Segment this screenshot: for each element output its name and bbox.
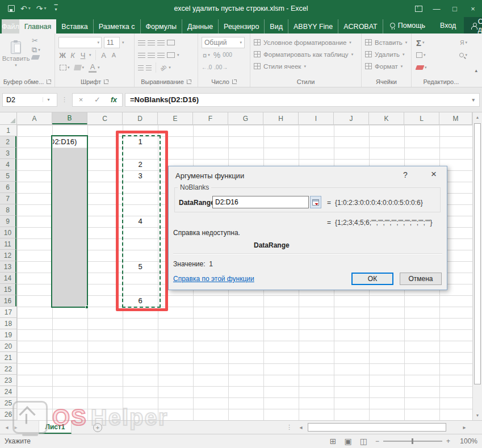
fill-handle[interactable] (85, 305, 89, 309)
ribbon-tab[interactable]: Вставка (56, 19, 93, 34)
column-header[interactable]: C (87, 112, 123, 124)
cancel-button[interactable]: Отмена (400, 273, 442, 285)
align-top-button[interactable] (138, 40, 145, 45)
zoom-slider-thumb[interactable] (412, 438, 413, 444)
dialog-launcher-icon[interactable] (187, 79, 191, 84)
save-button[interactable] (8, 5, 15, 12)
zoom-slider[interactable] (383, 441, 442, 442)
decrease-decimal-button[interactable]: .00→ (214, 65, 228, 70)
sort-filter-button[interactable]: Я▾ (459, 39, 468, 47)
ribbon-tab[interactable]: Разметка с (94, 19, 141, 34)
find-select-button[interactable]: ▾ (458, 52, 468, 58)
column-header[interactable]: L (404, 112, 439, 124)
tab-help[interactable]: Помощь (383, 22, 432, 30)
align-middle-button[interactable] (148, 40, 155, 45)
ribbon-display-options-button[interactable] (409, 0, 427, 17)
increase-decimal-button[interactable]: ←.0 (202, 65, 212, 70)
scroll-down-icon[interactable]: ▾ (473, 411, 482, 420)
page-layout-view-icon[interactable]: ▣ (345, 437, 352, 446)
range-picker-button[interactable] (310, 196, 321, 208)
percent-style-button[interactable]: % (213, 51, 220, 59)
select-all-corner[interactable] (0, 112, 17, 125)
horizontal-scroll-thumb[interactable] (308, 423, 446, 432)
ribbon-tab[interactable]: Данные (182, 19, 219, 34)
italic-button[interactable]: К (69, 51, 77, 60)
scroll-up-icon[interactable]: ▴ (473, 112, 482, 122)
expand-formula-bar-icon[interactable]: ▾ (472, 97, 475, 103)
column-header[interactable]: K (369, 112, 404, 124)
paste-button[interactable]: Вставить ▾ (3, 36, 28, 73)
maximize-button[interactable]: □ (446, 0, 464, 17)
orientation-button[interactable]: ab (159, 63, 168, 72)
normal-view-icon[interactable]: ⊞ (330, 437, 337, 446)
increase-font-size-button[interactable]: А (100, 51, 108, 60)
customize-qat-button[interactable]: ▔▾ (55, 6, 58, 11)
argument-range-input[interactable] (212, 196, 309, 208)
scroll-left-icon[interactable]: ◂ (296, 424, 305, 430)
column-header[interactable]: M (439, 112, 472, 124)
ribbon-tab[interactable]: Рецензиро (219, 19, 265, 34)
format-painter-button[interactable] (31, 55, 52, 60)
style-menu-button[interactable]: Условное форматирование ▾ (254, 36, 359, 48)
sign-in-button[interactable]: Вход (432, 22, 464, 30)
undo-button[interactable]: ↶▾ (20, 5, 31, 12)
borders-button[interactable]: ▾ (58, 64, 71, 71)
name-box-input[interactable] (3, 96, 43, 104)
column-header[interactable]: G (228, 112, 263, 124)
zoom-level[interactable]: 100% (458, 437, 477, 445)
sheet-nav-left-icon[interactable]: ◂ (2, 424, 11, 430)
zoom-out-button[interactable]: − (375, 437, 379, 445)
font-name-combobox[interactable]: ▾ (58, 37, 102, 48)
decrease-font-size-button[interactable]: А (110, 52, 118, 58)
column-header[interactable]: D (123, 112, 158, 124)
column-header[interactable]: H (263, 112, 299, 124)
accounting-format-button[interactable]: ¤▾ (202, 51, 211, 60)
style-menu-button[interactable]: Форматировать как таблицу ▾ (254, 48, 359, 60)
autosum-button[interactable]: Σ▾ (415, 38, 426, 48)
horizontal-splitter[interactable]: ⋮ (286, 424, 292, 431)
ribbon-tab[interactable]: ACROBAT (338, 19, 383, 34)
ribbon-tab[interactable]: Главная (19, 19, 57, 34)
scroll-right-icon[interactable]: ▸ (460, 424, 469, 430)
underline-button[interactable]: Ч (79, 51, 87, 60)
cut-button[interactable]: ✂ (31, 36, 52, 45)
name-box[interactable]: ▾ (2, 93, 57, 107)
cells-menu-button[interactable]: Удалить ▾ (365, 48, 409, 60)
decrease-indent-button[interactable] (138, 65, 144, 70)
add-sheet-button[interactable]: + (93, 423, 102, 432)
align-bottom-button[interactable] (157, 40, 165, 45)
dialog-launcher-icon[interactable] (232, 79, 237, 84)
vertical-scroll-thumb[interactable] (474, 123, 481, 384)
cells-menu-button[interactable]: Вставить ▾ (365, 36, 409, 48)
tab-file[interactable]: Файл (2, 19, 19, 34)
ok-button[interactable]: ОК (351, 273, 393, 285)
align-right-button[interactable] (157, 53, 165, 58)
vertical-scrollbar[interactable]: ▴ ▾ (472, 112, 482, 420)
wrap-text-button[interactable] (167, 40, 175, 45)
column-header[interactable]: A (17, 112, 52, 124)
column-header[interactable]: E (158, 112, 193, 124)
redo-button[interactable]: ↷▾ (36, 5, 47, 12)
function-help-link[interactable]: Справка по этой функции (173, 275, 254, 283)
insert-function-button[interactable]: fx (106, 96, 122, 104)
collapse-ribbon-button[interactable]: ▴ (475, 68, 477, 73)
column-header[interactable]: F (193, 112, 228, 124)
number-format-combobox[interactable]: Общий▾ (202, 37, 245, 48)
close-button[interactable]: × (464, 0, 482, 17)
ribbon-tab[interactable]: Вид (265, 19, 288, 34)
chevron-down-icon[interactable]: ▾ (43, 97, 54, 102)
column-header[interactable]: J (334, 112, 369, 124)
formula-bar-splitter[interactable]: ⋮ (60, 96, 70, 103)
cells-menu-button[interactable]: Формат ▾ (365, 60, 409, 72)
copy-button[interactable]: ⧉▾ (31, 45, 52, 54)
ribbon-tab[interactable]: Формулы (141, 19, 182, 34)
align-left-button[interactable] (138, 53, 145, 58)
font-color-button[interactable]: А▾ (87, 62, 101, 73)
sheet-tab-list1[interactable]: Лист1 (39, 421, 72, 434)
ribbon-tab[interactable]: ABBYY Fine (288, 19, 338, 34)
dialog-launcher-icon[interactable] (47, 79, 51, 84)
dialog-help-button[interactable]: ? (400, 170, 410, 179)
column-header[interactable]: B (52, 112, 87, 124)
comma-style-button[interactable]: 000 (223, 52, 232, 58)
increase-indent-button[interactable] (146, 65, 152, 70)
